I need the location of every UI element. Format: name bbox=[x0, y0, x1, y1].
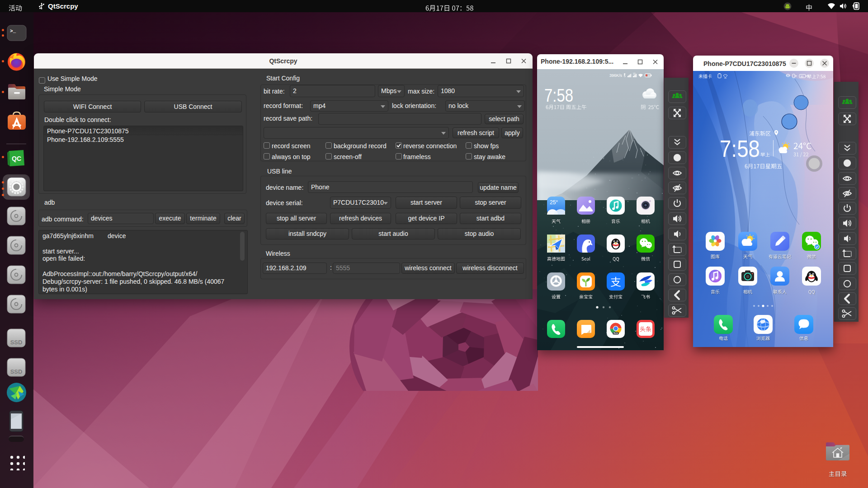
svg-text:QC: QC bbox=[12, 155, 21, 162]
svg-text:1D: 1D bbox=[633, 73, 636, 75]
svg-text:Beta: Beta bbox=[613, 332, 618, 334]
svg-text:10: 10 bbox=[648, 74, 651, 77]
svg-text:7:58: 7:58 bbox=[720, 136, 760, 162]
svg-text:>_: >_ bbox=[10, 28, 16, 34]
svg-text:SSD: SSD bbox=[10, 339, 23, 346]
svg-text:90: 90 bbox=[801, 75, 804, 78]
svg-text:25°: 25° bbox=[550, 199, 558, 206]
svg-text:SSD: SSD bbox=[10, 368, 23, 375]
svg-text:396K/s: 396K/s bbox=[609, 73, 623, 78]
